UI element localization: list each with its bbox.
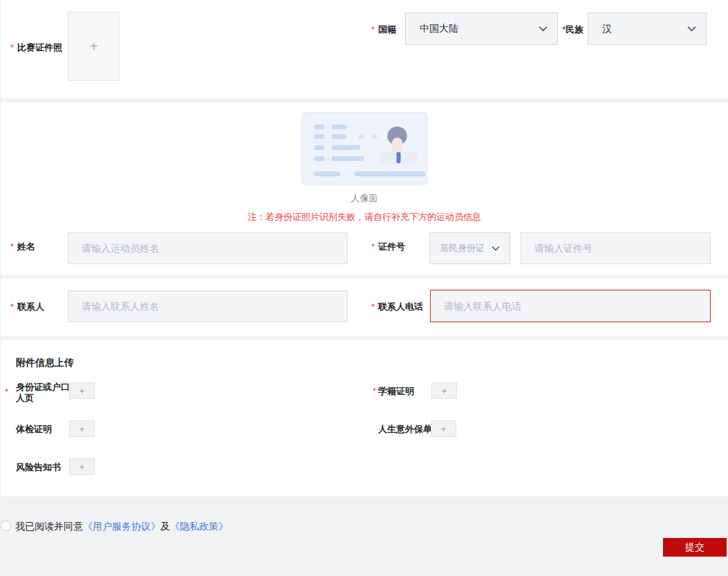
agreement-text: 我已阅读并同意 [15, 521, 83, 532]
label-text: 姓名 [17, 241, 35, 252]
contact-name-input[interactable] [68, 290, 348, 322]
chevron-down-icon [687, 26, 696, 32]
chevron-down-icon [539, 26, 548, 32]
label-text: 联系人 [17, 301, 44, 312]
conjunction-text: 及 [160, 521, 170, 532]
contact-phone-input[interactable] [430, 290, 711, 322]
section-attachments: 附件信息上传 * 身份证或户口本人页 + * 学籍证明 + 体检证明 + 人生意… [0, 340, 728, 496]
required-asterisk: * [10, 42, 14, 53]
required-asterisk: * [10, 301, 14, 312]
label-text: 比赛证件照 [17, 42, 62, 53]
ethnicity-select[interactable]: 汉 [588, 12, 707, 45]
plus-icon: + [90, 39, 98, 55]
submit-button[interactable]: 提交 [663, 538, 727, 557]
plus-icon: + [80, 462, 85, 472]
card-line [315, 124, 325, 129]
required-asterisk: * [371, 24, 375, 35]
plus-icon: + [442, 386, 447, 396]
ocr-fail-note: 注：若身份证照片识别失败，请自行补充下方的运动员信息 [1, 211, 728, 223]
section-photo-nationality: *比赛证件照 + *国籍 中国大陆 *民族 汉 [0, 0, 728, 98]
attachments-title: 附件信息上传 [16, 357, 74, 369]
avatar-face [392, 138, 403, 153]
risk-notice-upload[interactable]: + [69, 458, 95, 475]
agreement-checkbox[interactable] [1, 521, 11, 531]
accident-insurance-label: 人生意外保单 [378, 424, 432, 435]
agreement-row: 我已阅读并同意《用户服务协议》及《隐私政策》 [15, 521, 228, 532]
card-line [315, 134, 325, 139]
student-status-label: 学籍证明 [378, 386, 414, 397]
label-text: 民族 [566, 24, 584, 35]
competition-photo-label: *比赛证件照 [10, 42, 62, 53]
required-asterisk: * [373, 386, 376, 396]
card-line [355, 171, 426, 176]
name-input[interactable] [68, 232, 348, 264]
card-line [332, 134, 347, 139]
required-asterisk: * [5, 387, 8, 397]
athlete-registration-form: *比赛证件照 + *国籍 中国大陆 *民族 汉 [0, 0, 728, 576]
privacy-policy-link[interactable]: 《隐私政策》 [170, 521, 228, 532]
id-card-caption: 人像面 [1, 192, 728, 205]
nationality-select[interactable]: 中国大陆 [405, 12, 558, 45]
chevron-down-icon [492, 245, 500, 251]
select-value: 中国大陆 [420, 23, 539, 35]
nationality-label: *国籍 [371, 24, 396, 35]
contact-phone-label: *联系人电话 [371, 301, 423, 312]
avatar-tie [397, 152, 401, 163]
required-asterisk: * [371, 301, 375, 312]
plus-icon: + [80, 424, 85, 434]
id-card-illustration [301, 112, 428, 185]
competition-photo-upload[interactable]: + [68, 12, 120, 81]
service-agreement-link[interactable]: 《用户服务协议》 [83, 521, 160, 532]
label-text: 证件号 [378, 241, 405, 252]
required-asterisk: * [10, 241, 14, 252]
plus-icon: + [80, 386, 85, 396]
card-dot [372, 134, 377, 139]
accident-insurance-upload[interactable]: + [431, 420, 456, 437]
card-line [315, 156, 325, 161]
id-number-input[interactable] [521, 232, 711, 264]
select-value: 汉 [602, 23, 687, 35]
physical-exam-label: 体检证明 [16, 424, 52, 435]
id-type-select[interactable]: 居民身份证 [429, 232, 510, 264]
required-asterisk: * [371, 241, 375, 252]
label-text: 联系人电话 [378, 301, 423, 312]
select-value: 居民身份证 [440, 242, 492, 254]
ethnicity-label: *民族 [562, 24, 584, 35]
risk-notice-label: 风险告知书 [16, 462, 61, 473]
card-dot [359, 134, 365, 139]
card-line [315, 145, 325, 150]
card-line [332, 124, 347, 129]
contact-name-label: *联系人 [10, 301, 44, 312]
name-label: *姓名 [10, 241, 35, 252]
student-status-upload[interactable]: + [431, 382, 457, 399]
id-number-label: *证件号 [371, 241, 405, 252]
card-line [315, 171, 341, 176]
section-contact: *联系人 *联系人电话 [0, 279, 728, 336]
physical-exam-upload[interactable]: + [69, 420, 95, 437]
card-line [332, 156, 364, 161]
plus-icon: + [441, 424, 447, 434]
id-or-household-upload[interactable]: + [69, 382, 95, 399]
section-id-info: 人像面 注：若身份证照片识别失败，请自行补充下方的运动员信息 *姓名 *证件号 … [0, 102, 728, 275]
card-line [332, 145, 361, 150]
label-text: 国籍 [378, 24, 396, 35]
